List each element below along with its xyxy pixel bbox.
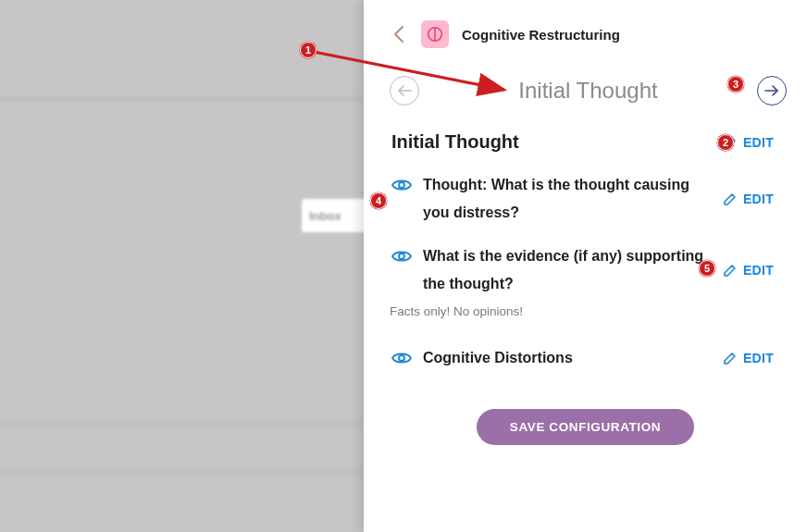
step-title: Initial Thought: [518, 78, 657, 104]
annotation-badge-5: 5: [699, 260, 715, 277]
eye-icon: [391, 178, 412, 192]
save-configuration-button[interactable]: SAVE CONFIGURATION: [477, 409, 694, 445]
prompt-question: Cognitive Distortions: [423, 344, 712, 372]
edit-label: EDIT: [743, 192, 774, 206]
annotation-badge-3: 3: [727, 76, 744, 93]
annotation-badge-4: 4: [370, 192, 387, 209]
eye-icon: [391, 351, 412, 365]
prompt-hint: Facts only! No opinions!: [364, 303, 807, 326]
app-title: Cognitive Restructuring: [462, 27, 620, 43]
svg-point-4: [399, 182, 404, 188]
annotation-badge-2: 2: [717, 134, 734, 151]
edit-label: EDIT: [743, 263, 774, 278]
dimmed-background: Inbox: [0, 0, 364, 532]
edit-icon: [723, 351, 738, 365]
arrow-left-icon: [396, 84, 413, 97]
prompt-edit-button[interactable]: EDIT: [723, 192, 774, 206]
visibility-toggle[interactable]: [391, 175, 412, 195]
visibility-toggle[interactable]: [391, 348, 412, 368]
edit-icon: [723, 192, 738, 206]
background-divider: [0, 423, 364, 473]
eye-icon: [391, 249, 412, 264]
background-divider: [0, 98, 364, 100]
svg-point-5: [399, 254, 404, 259]
panel-header: Cognitive Restructuring: [364, 0, 807, 57]
svg-point-6: [399, 355, 404, 361]
prompt-row: Cognitive Distortions EDIT: [364, 326, 807, 377]
prompt-question: Thought: What is the thought causing you…: [423, 171, 712, 226]
brain-split-icon: [427, 26, 443, 43]
app-icon: [421, 20, 449, 48]
prompt-row: Thought: What is the thought causing you…: [364, 160, 807, 231]
annotation-badge-1: 1: [300, 42, 317, 58]
inbox-label: Inbox: [309, 209, 341, 223]
chevron-left-icon: [391, 25, 408, 43]
edit-label: EDIT: [743, 135, 774, 150]
back-button[interactable]: [391, 25, 408, 43]
edit-label: EDIT: [743, 351, 774, 365]
section-header: Initial Thought EDIT: [364, 115, 807, 160]
next-step-button[interactable]: [757, 76, 787, 105]
arrow-right-icon: [764, 84, 780, 97]
edit-icon: [723, 263, 738, 278]
prompt-edit-button[interactable]: EDIT: [723, 263, 774, 278]
prev-step-button[interactable]: [390, 76, 419, 105]
prompt-edit-button[interactable]: EDIT: [723, 351, 774, 365]
save-row: SAVE CONFIGURATION: [364, 377, 807, 445]
prompt-question: What is the evidence (if any) supporting…: [423, 242, 712, 297]
visibility-toggle[interactable]: [391, 246, 412, 266]
prompt-row: What is the evidence (if any) supporting…: [364, 231, 807, 303]
section-title: Initial Thought: [391, 131, 519, 153]
